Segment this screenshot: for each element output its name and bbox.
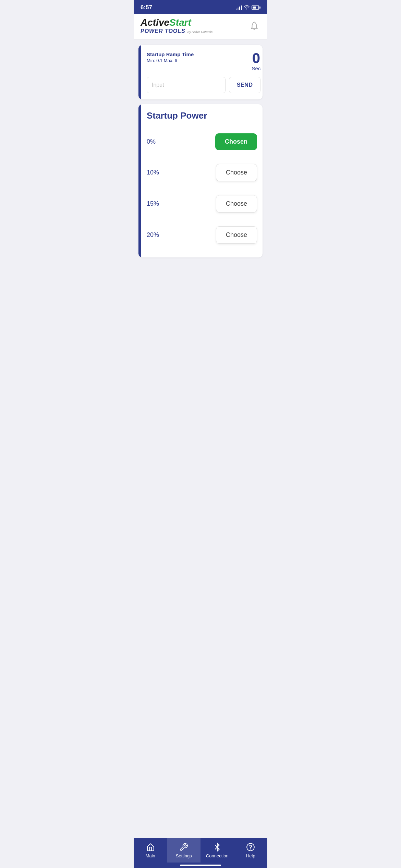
home-pill	[180, 865, 221, 866]
main-content: Startup Ramp Time Min: 0.1 Max: 6 0 Sec …	[134, 39, 267, 838]
startup-power-card: Startup Power 0% Chosen 10% Choose 15% C…	[138, 104, 263, 257]
nav-connection-label: Connection	[206, 853, 229, 858]
choose-button-10[interactable]: Choose	[216, 164, 257, 181]
card-accent-power	[138, 104, 141, 257]
nav-settings[interactable]: Settings	[167, 838, 201, 863]
power-percent-15: 15%	[147, 200, 159, 207]
ramp-time-card: Startup Ramp Time Min: 0.1 Max: 6 0 Sec …	[138, 45, 263, 99]
ramp-input-row: SEND	[147, 77, 260, 93]
ramp-title-area: Startup Ramp Time Min: 0.1 Max: 6	[147, 51, 194, 63]
send-button[interactable]: SEND	[229, 77, 260, 93]
bottom-nav: Main Settings Connection Help	[134, 838, 267, 863]
power-option-0: 0% Chosen	[147, 128, 257, 156]
logo-active-text: Active	[141, 17, 169, 28]
power-percent-20: 20%	[147, 231, 159, 239]
wifi-icon	[244, 5, 250, 10]
power-card-body: Startup Power 0% Chosen 10% Choose 15% C…	[141, 104, 263, 257]
ramp-value-area: 0 Sec	[252, 51, 261, 71]
nav-main[interactable]: Main	[134, 838, 167, 863]
logo: ActiveStart POWER TOOLS By Active Contro…	[141, 18, 212, 34]
logo-sub: POWER TOOLS By Active Controls	[141, 28, 212, 34]
home-indicator	[134, 863, 267, 868]
choose-button-20[interactable]: Choose	[216, 226, 257, 244]
notification-bell-button[interactable]	[248, 20, 260, 32]
power-card-title: Startup Power	[147, 110, 257, 121]
question-icon	[246, 843, 255, 852]
logo-main: ActiveStart	[141, 18, 212, 27]
chosen-button-0[interactable]: Chosen	[215, 133, 257, 150]
logo-power-tools: POWER TOOLS	[141, 28, 185, 34]
nav-help[interactable]: Help	[234, 838, 268, 863]
signal-icon	[236, 5, 242, 10]
card-accent-ramp	[138, 45, 141, 99]
power-option-20: 20% Choose	[147, 221, 257, 249]
ramp-subtitle: Min: 0.1 Max: 6	[147, 58, 194, 63]
bluetooth-icon	[213, 843, 222, 852]
ramp-unit: Sec	[252, 65, 261, 71]
nav-help-label: Help	[246, 853, 255, 858]
ramp-value: 0	[252, 51, 261, 65]
status-time: 6:57	[141, 4, 152, 11]
status-icons	[236, 5, 260, 10]
status-bar: 6:57	[134, 0, 267, 14]
ramp-header: Startup Ramp Time Min: 0.1 Max: 6 0 Sec	[147, 51, 260, 71]
nav-settings-label: Settings	[176, 853, 192, 858]
power-option-10: 10% Choose	[147, 158, 257, 187]
power-percent-10: 10%	[147, 169, 159, 176]
logo-by-text: By Active Controls	[187, 30, 212, 34]
nav-connection[interactable]: Connection	[200, 838, 234, 863]
logo-start-text: Start	[169, 17, 191, 28]
ramp-input-field[interactable]	[147, 77, 226, 93]
app-header: ActiveStart POWER TOOLS By Active Contro…	[134, 14, 267, 39]
wrench-icon	[179, 843, 188, 852]
power-option-15: 15% Choose	[147, 190, 257, 218]
battery-icon	[252, 5, 260, 10]
power-percent-0: 0%	[147, 138, 156, 145]
nav-main-label: Main	[146, 853, 155, 858]
ramp-title: Startup Ramp Time	[147, 51, 194, 58]
ramp-card-body: Startup Ramp Time Min: 0.1 Max: 6 0 Sec …	[141, 45, 263, 99]
home-icon	[146, 843, 155, 852]
svg-point-0	[247, 843, 254, 851]
choose-button-15[interactable]: Choose	[216, 195, 257, 213]
